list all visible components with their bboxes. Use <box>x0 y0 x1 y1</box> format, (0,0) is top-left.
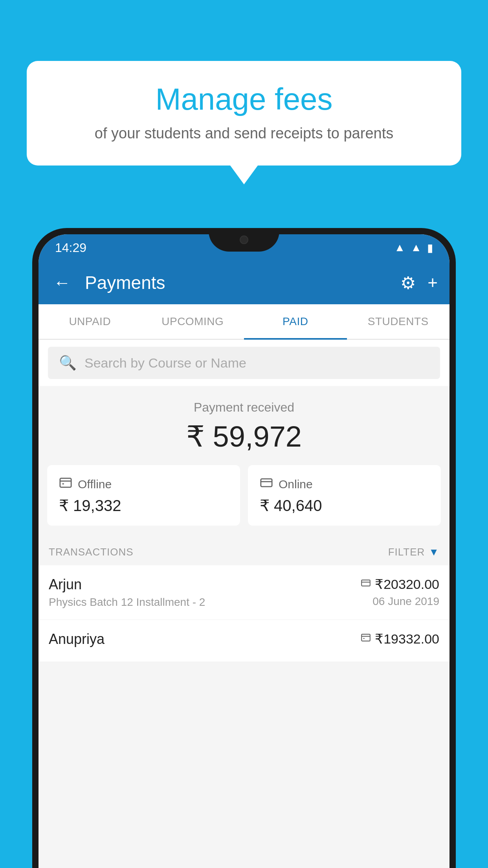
transactions-header: TRANSACTIONS FILTER ▼ <box>39 537 449 565</box>
online-icon <box>260 476 273 493</box>
payment-received-amount: ₹ 59,972 <box>39 419 449 453</box>
online-card-header: Online <box>260 476 429 493</box>
search-input-wrapper[interactable]: 🔍 Search by Course or Name <box>48 347 440 379</box>
search-bar: 🔍 Search by Course or Name <box>39 340 449 386</box>
tx-amount: ₹20320.00 <box>361 576 439 592</box>
main-area: 🔍 Search by Course or Name Payment recei… <box>39 340 449 868</box>
tab-unpaid[interactable]: UNPAID <box>39 304 141 339</box>
svg-rect-0 <box>60 478 71 487</box>
tab-upcoming[interactable]: UPCOMING <box>141 304 244 339</box>
speech-bubble-title: Manage fees <box>50 83 438 116</box>
offline-amount: ₹ 19,332 <box>59 497 228 515</box>
tx-right: ₹19332.00 <box>361 631 439 650</box>
tx-date: 06 June 2019 <box>361 595 439 608</box>
speech-bubble-subtitle: of your students and send receipts to pa… <box>50 125 438 142</box>
status-icons: ▲ ▲ ▮ <box>394 241 433 254</box>
status-time: 14:29 <box>55 241 86 255</box>
tx-type-icon <box>361 578 371 591</box>
filter-label: FILTER <box>388 546 425 558</box>
phone-frame: 14:29 ▲ ▲ ▮ ← Payments ⚙ + UNPAID UPCOMI… <box>32 228 456 868</box>
search-icon: 🔍 <box>59 355 77 371</box>
tab-students[interactable]: STUDENTS <box>347 304 450 339</box>
filter-button[interactable]: FILTER ▼ <box>388 546 439 558</box>
online-amount: ₹ 40,640 <box>260 497 429 515</box>
tx-name: Anupriya <box>49 631 361 647</box>
phone-notch <box>209 228 279 252</box>
svg-rect-3 <box>261 479 272 487</box>
add-button[interactable]: + <box>427 273 438 292</box>
tx-type-icon <box>361 633 371 645</box>
tx-name: Arjun <box>49 576 361 593</box>
search-placeholder: Search by Course or Name <box>84 355 246 371</box>
online-card: Online ₹ 40,640 <box>248 465 441 526</box>
speech-bubble: Manage fees of your students and send re… <box>27 61 461 166</box>
transaction-row[interactable]: Arjun Physics Batch 12 Installment - 2 ₹… <box>39 565 449 620</box>
payment-received-label: Payment received <box>39 400 449 415</box>
tx-amount: ₹19332.00 <box>361 631 439 647</box>
app-bar-title: Payments <box>85 272 389 293</box>
offline-card-header: Offline <box>59 476 228 493</box>
signal-icon: ▲ <box>411 241 422 254</box>
svg-rect-5 <box>361 580 370 586</box>
payment-cards: Offline ₹ 19,332 Online <box>39 465 449 537</box>
tx-detail: Physics Batch 12 Installment - 2 <box>49 596 361 609</box>
svg-rect-7 <box>361 634 370 641</box>
payment-received-section: Payment received ₹ 59,972 <box>39 386 449 465</box>
tx-right: ₹20320.00 06 June 2019 <box>361 576 439 608</box>
tabs: UNPAID UPCOMING PAID STUDENTS <box>39 304 449 340</box>
battery-icon: ▮ <box>427 241 433 254</box>
tx-left: Anupriya <box>49 631 361 651</box>
offline-icon <box>59 476 72 493</box>
wifi-icon: ▲ <box>394 241 405 254</box>
back-button[interactable]: ← <box>50 273 74 292</box>
camera <box>240 235 248 244</box>
app-bar-actions: ⚙ + <box>400 273 438 293</box>
filter-icon: ▼ <box>429 546 439 558</box>
app-bar: ← Payments ⚙ + <box>39 261 449 304</box>
offline-card: Offline ₹ 19,332 <box>47 465 240 526</box>
transaction-row[interactable]: Anupriya ₹19332.00 <box>39 620 449 662</box>
tx-left: Arjun Physics Batch 12 Installment - 2 <box>49 576 361 609</box>
settings-button[interactable]: ⚙ <box>400 273 416 293</box>
transactions-label: TRANSACTIONS <box>49 546 134 558</box>
online-label: Online <box>279 478 313 491</box>
offline-label: Offline <box>78 478 112 491</box>
phone-screen: 14:29 ▲ ▲ ▮ ← Payments ⚙ + UNPAID UPCOMI… <box>39 234 449 868</box>
tab-paid[interactable]: PAID <box>244 304 347 339</box>
